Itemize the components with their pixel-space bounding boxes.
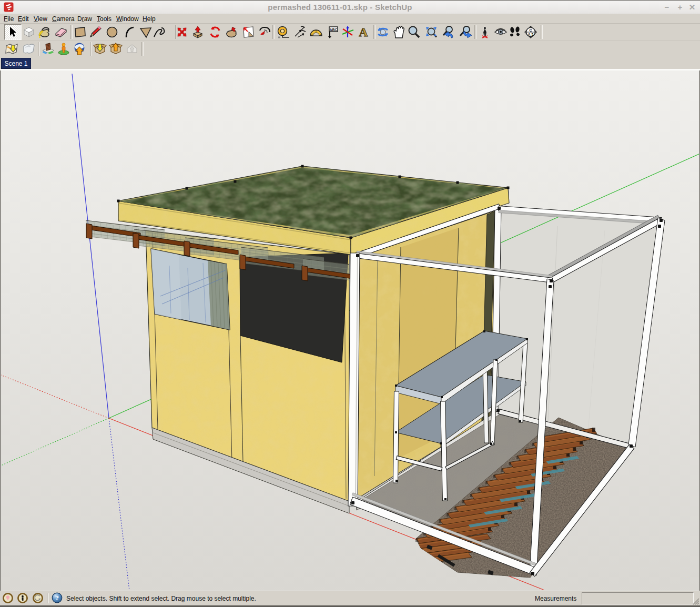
svg-text:ABC: ABC xyxy=(329,28,337,32)
svg-text:A-5: A-5 xyxy=(528,33,534,36)
svg-text:?: ? xyxy=(55,594,59,602)
svg-text:A: A xyxy=(359,25,368,39)
svg-text:C: C xyxy=(529,28,532,32)
